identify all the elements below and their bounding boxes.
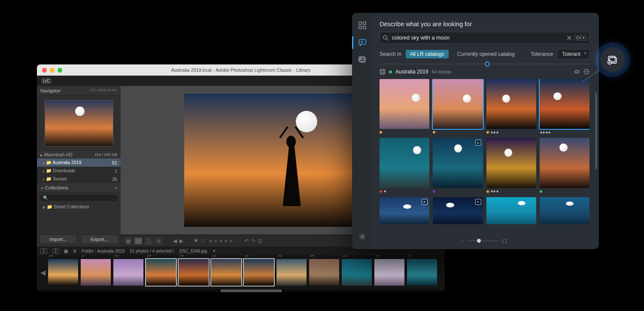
screen-1-badge[interactable]: 1 [40,248,47,254]
folder-row[interactable]: ▸📁 Sunset35 [37,175,121,183]
images-icon[interactable] [358,55,367,64]
clear-icon[interactable]: ✕ [566,34,572,42]
filmstrip-thumbnail[interactable]: 35 [342,259,372,286]
result-thumbnail[interactable] [380,79,429,129]
grid-icon[interactable] [358,21,367,30]
catalog-icon[interactable] [380,69,386,75]
folder-row[interactable]: ▸📁 Australia 201951 [37,159,121,167]
search-in-label: Search in [380,51,401,57]
minimize-icon[interactable] [50,68,55,73]
next-flag-icon[interactable]: ▶ [179,238,183,244]
volume-header[interactable]: ▶Macintosh HD 154 / 245 GB [37,151,121,159]
settings-icon[interactable] [358,232,367,241]
loupe-view-icon[interactable]: ▭ [134,238,142,244]
grid-size-icon[interactable]: ▦ [64,249,68,253]
filmstrip[interactable]: ◀ 262728293031323334353637 [37,255,445,290]
result-thumbnail[interactable] [540,138,589,188]
search-input[interactable] [391,34,564,41]
filmstrip-thumbnail[interactable]: 36 [374,259,404,286]
chat-search-icon[interactable] [358,38,367,47]
collections-filter[interactable]: 🔍 [39,195,118,201]
result-card[interactable] [540,197,589,225]
folder-count: 51 [112,160,117,165]
export-button[interactable]: Export... [81,235,118,244]
compare-view-icon[interactable]: ◫ [145,238,152,244]
collections-header[interactable]: ▼Collections + [37,183,121,193]
card-meta [433,130,483,134]
result-card[interactable] [433,79,483,134]
crop-icon[interactable]: ⊡ [258,238,262,244]
tolerance-select[interactable]: Tolerant [557,49,589,59]
navigator-thumbnail[interactable] [45,100,113,146]
minus-icon[interactable] [583,69,589,75]
result-thumbnail[interactable]: ▸ [380,197,429,225]
large-thumb-icon[interactable]: ◻ [502,238,507,244]
small-thumb-icon[interactable]: ▫ [462,238,464,243]
result-card[interactable]: ▸ [433,138,483,193]
scope-all-catalogs[interactable]: All LR catalogs [406,50,449,58]
result-thumbnail[interactable] [486,197,536,225]
disclosure-icon: ▶ [43,205,46,209]
result-card[interactable]: ★★★★ [540,79,589,134]
filmstrip-scrollbar[interactable] [37,290,445,292]
result-card[interactable] [540,138,589,193]
add-to-collection-button[interactable] [600,47,625,72]
result-card[interactable]: ▸ [433,197,483,225]
filmstrip-thumbnail[interactable]: 28 [113,259,143,286]
thumbnail-size-slider[interactable] [468,240,498,241]
result-thumbnail[interactable] [486,138,536,188]
filmstrip-thumbnail[interactable]: 32 [244,259,274,286]
collection-name[interactable]: Australia 2019 [395,69,428,75]
survey-view-icon[interactable]: ⊞ [155,238,163,244]
zoom-icon[interactable] [58,68,62,73]
results-scrollbar[interactable] [595,92,597,232]
smart-collections-row[interactable]: ▶📁 Smart Collections [37,203,121,211]
result-thumbnail[interactable] [540,79,589,129]
folder-count: 35 [112,177,117,182]
result-card[interactable]: ★★★ [486,138,536,193]
result-card[interactable] [380,79,429,134]
filmstrip-thumbnail[interactable]: 27 [81,259,111,286]
navigator-header[interactable]: Navigator FIT 100% D 5% [37,86,121,96]
result-card[interactable]: ★ [380,138,429,193]
tolerance-slider[interactable] [380,64,589,64]
filmstrip-thumbnail[interactable]: 34 [309,259,339,286]
result-thumbnail[interactable]: ▸ [433,138,483,188]
navigator-zoom[interactable]: FIT 100% D 5% [90,88,117,93]
filmstrip-thumbnail[interactable]: 30 [179,259,209,286]
result-thumbnail[interactable] [433,79,483,129]
filmstrip-thumbnail[interactable]: 31 [211,259,241,286]
result-card[interactable] [486,197,536,225]
rating-stars[interactable]: ★★★★★ [208,238,234,244]
folder-row[interactable]: ▸📁 Downloads1 [37,167,121,175]
grid-view-icon[interactable]: ▦ [124,238,132,244]
scope-current-catalog[interactable]: Currently opened catalog [453,50,519,58]
dropdown-icon[interactable]: ▼ [213,249,216,253]
filmstrip-thumbnail[interactable]: 29 [146,259,176,286]
filmstrip-thumbnail[interactable]: 33 [276,259,307,286]
screen-2-badge[interactable]: 2 [52,248,59,254]
filmstrip-thumbnail[interactable]: 37 [407,259,437,286]
result-thumbnail[interactable] [486,79,536,129]
result-thumbnail[interactable]: ▸ [433,197,483,225]
result-thumbnail[interactable] [380,138,429,188]
result-thumbnail[interactable] [540,197,589,225]
result-card[interactable]: ★★★ [486,79,536,134]
prev-flag-icon[interactable]: ◀ [173,238,177,244]
add-icon[interactable]: + [115,185,117,190]
result-card[interactable]: ▸ [380,197,429,225]
filmstrip-thumbnail[interactable]: 26 [48,259,78,286]
import-button[interactable]: Import... [39,235,77,244]
rotate-right-icon[interactable]: ↷ [251,238,255,244]
close-icon[interactable] [42,68,47,73]
link-icon[interactable] [574,69,580,75]
svg-rect-2 [359,26,361,29]
language-selector[interactable]: EN ▾ [574,35,586,40]
frame-index: 29 [147,255,151,257]
sort-icon[interactable]: ⇅ [73,249,76,253]
filter-row: Search in All LR catalogs Currently open… [380,49,589,59]
rotate-left-icon[interactable]: ↶ [244,238,249,244]
flag-pick-icon[interactable]: ⚑ [194,238,198,244]
flag-reject-icon[interactable]: ⚐ [201,238,206,244]
filmstrip-left-icon[interactable]: ◀ [40,268,46,277]
